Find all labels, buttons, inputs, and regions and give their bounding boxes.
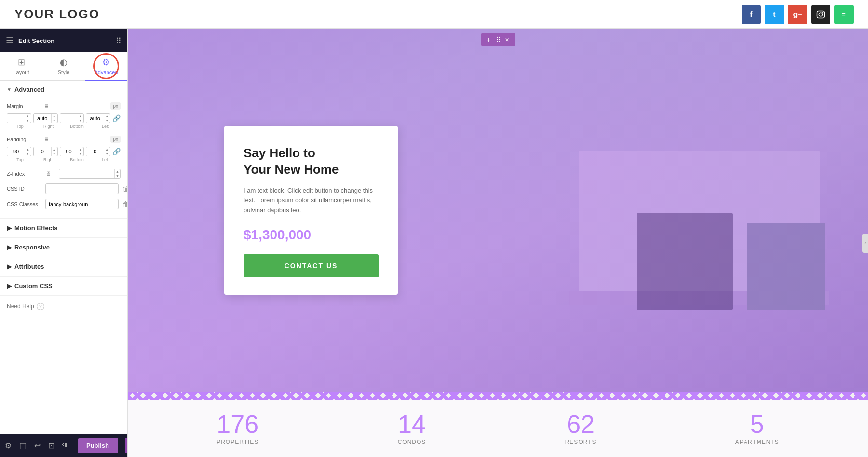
padding-top-input[interactable]: ▲▼ [7,147,31,156]
z-index-down[interactable]: ▼ [115,174,120,178]
margin-top-up[interactable]: ▲ [25,114,30,118]
margin-left-field[interactable] [86,114,104,123]
arrow-down-icon: ▼ [7,87,12,92]
template-icon[interactable]: ⊡ [48,441,54,450]
padding-top-field[interactable] [7,147,25,156]
facebook-icon[interactable]: f [742,5,761,24]
custom-css-label: Custom CSS [14,282,53,290]
margin-top-label: Top [7,124,33,129]
eye-icon[interactable]: 👁 [62,441,70,450]
attributes-section[interactable]: ▶ Attributes [0,257,127,277]
section-close-button[interactable]: × [503,35,511,44]
margin-right-input[interactable]: ▲▼ [33,113,58,123]
padding-top-down[interactable]: ▼ [25,152,30,156]
panel-tabs: ⊞ Layout ◐ Style ⚙ Advanced [0,52,127,81]
custom-css-section[interactable]: ▶ Custom CSS [0,277,127,296]
margin-top-input[interactable]: ▲▼ [7,113,31,123]
stat-resorts: 62 RESORTS [565,412,597,445]
responsive-label: Responsive [14,244,50,251]
tab-advanced[interactable]: ⚙ Advanced [85,52,127,81]
z-index-input[interactable]: ▲▼ [59,169,121,179]
svg-rect-0 [817,11,825,18]
padding-right-up[interactable]: ▲ [52,147,57,152]
publish-button[interactable]: Publish [78,438,118,453]
contact-us-button[interactable]: CONTACT US [244,254,379,277]
margin-bottom-up[interactable]: ▲ [78,114,83,118]
padding-right-field[interactable] [34,147,51,156]
padding-label: Padding [7,137,41,142]
margin-right-up[interactable]: ▲ [52,114,57,118]
advanced-section-header[interactable]: ▼ Advanced [0,81,127,98]
padding-bottom-down[interactable]: ▼ [78,152,83,156]
padding-left-field[interactable] [86,147,104,156]
padding-right-input[interactable]: ▲▼ [33,147,58,156]
layers-icon[interactable]: ◫ [19,441,27,450]
email-icon[interactable]: ≡ [834,5,854,24]
padding-right-down[interactable]: ▼ [52,152,57,156]
z-index-up[interactable]: ▲ [115,169,120,174]
css-id-label: CSS ID [7,186,41,192]
need-help[interactable]: Need Help ? [0,296,127,317]
svg-point-1 [819,13,823,16]
padding-bottom-input[interactable]: ▲▼ [60,147,84,156]
margin-bottom-down[interactable]: ▼ [78,118,83,123]
margin-left-input[interactable]: ▲▼ [86,113,110,123]
stat-condos-number: 14 [398,412,426,437]
section-add-button[interactable]: + [485,35,492,44]
margin-left-up[interactable]: ▲ [104,114,109,118]
instagram-icon[interactable] [811,5,830,24]
main-area: ☰ Edit Section ⠿ ⊞ Layout ◐ Style ⚙ Adva… [0,29,868,457]
grid-icon[interactable]: ⠿ [116,36,122,45]
section-move-button[interactable]: ⠿ [494,35,502,44]
hamburger-icon[interactable]: ☰ [6,35,14,46]
padding-left-up[interactable]: ▲ [104,147,109,152]
property-title-line1: Say Hello to [244,146,315,160]
monitor-icon: 🖥 [43,103,49,110]
padding-bottom-up[interactable]: ▲ [78,147,83,152]
history-icon[interactable]: ↩ [34,441,41,450]
tab-layout-label: Layout [13,69,29,75]
css-id-trash-icon[interactable]: 🗑 [122,185,127,193]
padding-top-label: Top [7,157,33,162]
padding-inputs: ▲▼ ▲▼ ▲▼ ▲▼ [7,147,121,156]
googleplus-icon[interactable]: g+ [788,5,807,24]
twitter-icon[interactable]: t [765,5,784,24]
top-header: YOUR LOGO f t g+ ≡ [0,0,868,29]
margin-top-down[interactable]: ▼ [25,118,30,123]
padding-labels: Top Right Bottom Left [7,157,121,162]
need-help-label: Need Help [7,303,34,310]
responsive-section[interactable]: ▶ Responsive [0,238,127,257]
padding-left-input[interactable]: ▲▼ [86,147,110,156]
motion-effects-section[interactable]: ▶ Motion Effects [0,219,127,238]
padding-link-icon[interactable]: 🔗 [112,148,121,155]
margin-left-down[interactable]: ▼ [104,118,109,123]
stat-properties: 176 PROPERTIES [217,412,258,445]
z-index-row: Z-Index 🖥 ▲▼ [7,169,121,179]
collapse-handle[interactable]: ‹ [862,234,868,253]
padding-bottom-field[interactable] [60,147,78,156]
margin-bottom-input[interactable]: ▲▼ [60,113,84,123]
help-icon[interactable]: ? [37,303,44,310]
settings-icon[interactable]: ⚙ [5,441,12,450]
tab-style[interactable]: ◐ Style [42,52,85,81]
hero-section: + ⠿ × Say Hello to Your New Home I am te… [128,29,868,392]
margin-right-field[interactable] [34,114,51,123]
margin-right-down[interactable]: ▼ [52,118,57,123]
css-classes-trash-icon[interactable]: 🗑 [122,200,127,208]
padding-left-down[interactable]: ▼ [104,152,109,156]
svg-point-2 [822,12,823,13]
tab-layout[interactable]: ⊞ Layout [0,52,42,81]
css-id-field[interactable] [45,183,119,194]
property-title: Say Hello to Your New Home [244,145,379,178]
margin-link-icon[interactable]: 🔗 [112,114,121,122]
margin-top-field[interactable] [7,114,25,123]
attributes-label: Attributes [14,263,44,270]
custom-css-arrow: ▶ [7,282,12,290]
padding-left-label: Left [92,157,119,162]
css-classes-field[interactable] [45,199,119,209]
right-content: + ⠿ × Say Hello to Your New Home I am te… [128,29,868,457]
margin-bottom-field[interactable] [60,114,78,123]
z-index-field[interactable] [59,169,114,178]
logo-logo: LOGO [59,7,100,21]
padding-top-up[interactable]: ▲ [25,147,30,152]
